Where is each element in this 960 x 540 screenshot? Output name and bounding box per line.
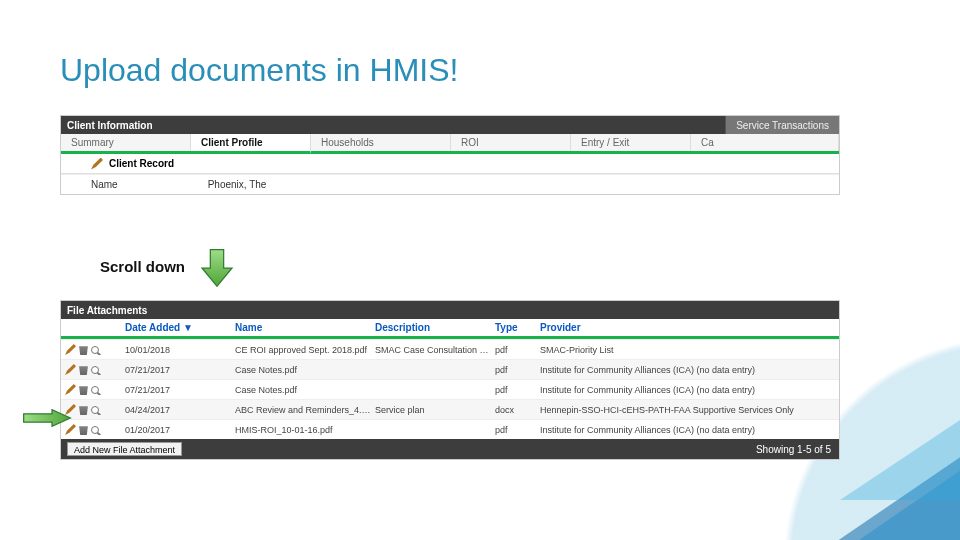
table-row[interactable]: 07/21/2017Case Notes.pdfpdfInstitute for… [61, 379, 839, 399]
cell-date: 04/24/2017 [121, 405, 231, 415]
cell-desc: SMAC Case Consultation ROI [371, 345, 491, 355]
pencil-icon[interactable] [65, 364, 76, 375]
cell-name: HMIS-ROI_10-01-16.pdf [231, 425, 371, 435]
scroll-down-label: Scroll down [100, 258, 185, 275]
magnifier-icon[interactable] [91, 426, 99, 434]
cell-desc: Service plan [371, 405, 491, 415]
header-client-info: Client Information [61, 120, 725, 131]
pencil-icon[interactable] [65, 384, 76, 395]
magnifier-icon[interactable] [91, 366, 99, 374]
tabs-row: Summary Client Profile Households ROI En… [61, 134, 839, 154]
cell-provider: Institute for Community Alliances (ICA) … [536, 365, 839, 375]
pencil-icon[interactable] [65, 344, 76, 355]
file-attachments-panel: File Attachments Date Added ▼ Name Descr… [60, 300, 840, 460]
arrow-down-icon [200, 248, 234, 288]
col-type[interactable]: Type [491, 319, 536, 336]
cell-type: pdf [491, 385, 536, 395]
col-provider[interactable]: Provider [536, 319, 839, 336]
file-attachments-header: File Attachments [61, 301, 839, 319]
column-headers: Date Added ▼ Name Description Type Provi… [61, 319, 839, 339]
trash-icon[interactable] [78, 424, 89, 435]
cell-type: pdf [491, 345, 536, 355]
cell-type: pdf [491, 365, 536, 375]
tab-roi[interactable]: ROI [451, 134, 571, 151]
name-value: Phoenix, The [208, 179, 267, 190]
client-record-label: Client Record [109, 158, 174, 169]
row-actions [61, 384, 121, 395]
tab-households[interactable]: Households [311, 134, 451, 151]
tab-ca[interactable]: Ca [691, 134, 839, 151]
col-date-added[interactable]: Date Added ▼ [121, 319, 231, 336]
cell-date: 01/20/2017 [121, 425, 231, 435]
magnifier-icon[interactable] [91, 386, 99, 394]
file-attachments-title: File Attachments [61, 305, 839, 316]
trash-icon[interactable] [78, 404, 89, 415]
cell-name: Case Notes.pdf [231, 385, 371, 395]
header-service-transactions[interactable]: Service Transactions [725, 116, 839, 134]
cell-provider: Institute for Community Alliances (ICA) … [536, 425, 839, 435]
trash-icon[interactable] [78, 384, 89, 395]
panel-footer: Add New File Attachment Showing 1-5 of 5 [61, 439, 839, 459]
row-actions [61, 364, 121, 375]
magnifier-icon[interactable] [91, 406, 99, 414]
cell-date: 07/21/2017 [121, 365, 231, 375]
col-icons [61, 319, 121, 336]
rows-holder: 10/01/2018CE ROI approved Sept. 2018.pdf… [61, 339, 839, 439]
showing-count: Showing 1-5 of 5 [756, 444, 831, 455]
arrow-right-icon [22, 408, 72, 428]
trash-icon[interactable] [78, 344, 89, 355]
table-row[interactable]: 01/20/2017HMIS-ROI_10-01-16.pdfpdfInstit… [61, 419, 839, 439]
pencil-icon[interactable] [91, 158, 103, 170]
page-title: Upload documents in HMIS! [60, 52, 458, 89]
cell-provider: Institute for Community Alliances (ICA) … [536, 385, 839, 395]
name-row: Name Phoenix, The [61, 174, 839, 194]
tab-summary[interactable]: Summary [61, 134, 191, 151]
tab-client-profile[interactable]: Client Profile [191, 134, 311, 154]
client-record-bar: Client Record [61, 154, 839, 174]
row-actions [61, 344, 121, 355]
cell-provider: Hennepin-SSO-HCI-cEHS-PATH-FAA Supportiv… [536, 405, 839, 415]
col-description[interactable]: Description [371, 319, 491, 336]
tab-entry-exit[interactable]: Entry / Exit [571, 134, 691, 151]
trash-icon[interactable] [78, 364, 89, 375]
table-row[interactable]: 10/01/2018CE ROI approved Sept. 2018.pdf… [61, 339, 839, 359]
cell-date: 07/21/2017 [121, 385, 231, 395]
table-row[interactable]: 07/21/2017Case Notes.pdfpdfInstitute for… [61, 359, 839, 379]
cell-type: pdf [491, 425, 536, 435]
cell-name: CE ROI approved Sept. 2018.pdf [231, 345, 371, 355]
cell-date: 10/01/2018 [121, 345, 231, 355]
magnifier-icon[interactable] [91, 346, 99, 354]
cell-type: docx [491, 405, 536, 415]
add-new-file-button[interactable]: Add New File Attachment [67, 442, 182, 456]
name-label: Name [91, 179, 118, 190]
client-info-panel: Client Information Service Transactions … [60, 115, 840, 195]
cell-name: ABC Review and Reminders_4.15.17.docx [231, 405, 371, 415]
panel-header: Client Information Service Transactions [61, 116, 839, 134]
cell-name: Case Notes.pdf [231, 365, 371, 375]
col-name[interactable]: Name [231, 319, 371, 336]
cell-provider: SMAC-Priority List [536, 345, 839, 355]
table-row[interactable]: 04/24/2017ABC Review and Reminders_4.15.… [61, 399, 839, 419]
